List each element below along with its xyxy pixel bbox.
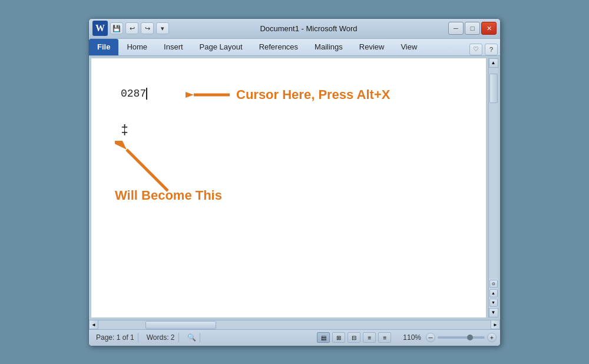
zoom-level: 110%	[401, 333, 423, 342]
top-annotation: Cursor Here, Press Alt+X	[186, 84, 390, 105]
prev-page-button[interactable]: ▲	[489, 289, 498, 297]
full-reading-button[interactable]: ⊞	[332, 332, 345, 343]
horizontal-scrollbar[interactable]: ◄ ►	[89, 320, 500, 329]
svg-line-3	[127, 150, 168, 191]
scroll-up-button[interactable]: ▲	[489, 58, 498, 68]
scroll-right-button[interactable]: ►	[491, 320, 500, 329]
scroll-extra-buttons: ⊙ ▲ ▼	[489, 279, 498, 308]
annotation-bottom-text: Will Become This	[115, 188, 222, 203]
tab-review[interactable]: Review	[351, 39, 393, 55]
window-title: Document1 - Microsoft Word	[169, 24, 448, 33]
symbol-line: ‡ Will Become This	[121, 123, 456, 138]
next-page-button[interactable]: ▼	[489, 299, 498, 307]
tab-view[interactable]: View	[392, 39, 425, 55]
tab-mailings[interactable]: Mailings	[306, 39, 351, 55]
h-scroll-track[interactable]	[98, 320, 491, 329]
help-button[interactable]: ?	[485, 44, 498, 55]
status-right: ▤ ⊞ ⊟ ≡ ≡ 110% ─ +	[317, 332, 497, 343]
ribbon: File Home Insert Page Layout References …	[89, 39, 500, 56]
word-icon: W	[92, 21, 108, 36]
zoom-slider[interactable]	[438, 336, 485, 339]
diagonal-arrow-icon	[115, 141, 186, 194]
select-browse-object-button[interactable]: ⊙	[489, 280, 498, 288]
document-container: 0287 Cursor Here, Press Alt+X	[89, 56, 500, 320]
words-status: Words: 2	[143, 333, 179, 342]
word-window: W 💾 ↩ ↪ ▾ Document1 - Microsoft Word ─ □…	[88, 18, 501, 346]
zoom-slider-thumb[interactable]	[467, 335, 473, 340]
scroll-thumb[interactable]	[489, 74, 498, 103]
window-controls: ─ □ ✕	[448, 22, 497, 35]
zoom-in-button[interactable]: +	[487, 333, 497, 342]
zoom-out-button[interactable]: ─	[426, 333, 435, 342]
ribbon-tab-row: File Home Insert Page Layout References …	[89, 39, 500, 55]
tab-file[interactable]: File	[89, 39, 118, 55]
text-cursor	[146, 88, 147, 100]
tab-page-layout[interactable]: Page Layout	[191, 39, 251, 55]
scroll-track[interactable]	[489, 68, 498, 279]
ribbon-extras: ♡ ?	[469, 44, 500, 55]
title-bar-left: W 💾 ↩ ↪ ▾	[92, 21, 169, 36]
draft-button[interactable]: ≡	[378, 332, 391, 343]
code-line: 0287 Cursor Here, Press Alt+X	[121, 88, 456, 100]
document-area[interactable]: 0287 Cursor Here, Press Alt+X	[91, 58, 486, 317]
h-scroll-thumb[interactable]	[145, 321, 216, 329]
annotation-top-text: Cursor Here, Press Alt+X	[236, 87, 390, 102]
outline-button[interactable]: ≡	[363, 332, 376, 343]
symbol-character: ‡	[121, 123, 128, 138]
print-layout-button[interactable]: ▤	[317, 332, 330, 343]
qat-dropdown-button[interactable]: ▾	[156, 22, 169, 34]
bottom-annotation: Will Become This	[115, 141, 186, 196]
code-text: 0287	[121, 88, 146, 100]
undo-qat-button[interactable]: ↩	[125, 22, 138, 34]
scroll-down-button[interactable]: ▼	[489, 308, 498, 317]
status-bar: Page: 1 of 1 Words: 2 🔍 ▤ ⊞ ⊟ ≡ ≡ 110% ─…	[89, 329, 500, 346]
scroll-left-button[interactable]: ◄	[89, 320, 98, 329]
minimize-button[interactable]: ─	[448, 22, 464, 35]
tab-insert[interactable]: Insert	[155, 39, 191, 55]
page-status: Page: 1 of 1	[92, 333, 138, 342]
tab-home[interactable]: Home	[118, 39, 155, 55]
tab-references[interactable]: References	[251, 39, 306, 55]
spell-check-button[interactable]: 🔍	[184, 333, 200, 342]
vertical-scrollbar[interactable]: ▲ ⊙ ▲ ▼ ▼	[488, 58, 498, 317]
close-button[interactable]: ✕	[481, 22, 497, 35]
redo-qat-button[interactable]: ↪	[141, 22, 154, 34]
left-arrow-icon	[186, 84, 233, 105]
title-bar: W 💾 ↩ ↪ ▾ Document1 - Microsoft Word ─ □…	[89, 19, 500, 39]
help-customize-button[interactable]: ♡	[469, 44, 482, 55]
maximize-button[interactable]: □	[465, 22, 480, 35]
save-qat-button[interactable]: 💾	[110, 22, 123, 34]
web-layout-button[interactable]: ⊟	[348, 332, 360, 343]
